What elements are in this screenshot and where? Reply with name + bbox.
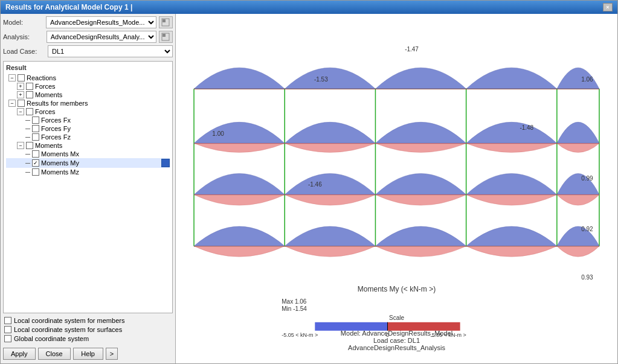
help-button[interactable]: Help [73,348,103,360]
dash-mz [25,172,30,173]
check-fx[interactable] [32,117,39,124]
tree-moments-mz[interactable]: Moments Mz [6,168,170,176]
title-bar: Results for Analytical Model Copy 1 | × [1,1,617,14]
moment-diagram-svg: -1.47 -1.53 1.06 1.00 -1.48 -1.46 0.99 0… [176,14,617,363]
coord-local-members[interactable]: Local coordinate system for members [4,317,172,324]
moments2-label: Moments [35,142,62,149]
tree-moments-my[interactable]: Moments My [6,158,170,168]
check-moments2[interactable] [26,142,33,149]
check-fz[interactable] [32,133,39,141]
value-top-left: -1.53 [314,76,328,83]
moments-mx-label: Moments Mx [41,150,79,158]
check-forces2[interactable] [26,108,33,115]
results-members-label: Results for members [27,100,88,107]
local-surfaces-label: Local coordinate system for surfaces [14,326,122,333]
value-top-center: -1.47 [405,46,419,53]
model-label: Model: [3,19,43,26]
tree-moments1[interactable]: + Moments [6,91,170,99]
tree-moments-mx[interactable]: Moments Mx [6,150,170,158]
model-info-line2: Load case: DL1 [341,337,452,344]
moments-my-blue-indicator [161,159,170,167]
value-top-right: 1.06 [581,76,593,83]
coord-global[interactable]: Global coordinate system [4,335,172,342]
check-global[interactable] [4,335,11,342]
expand-results-members[interactable]: − [8,100,16,107]
title-bar-buttons: × [603,3,613,11]
forces-fz-label: Forces Fz [41,133,71,141]
dash-fy [25,129,30,129]
tree-forces-fz[interactable]: Forces Fz [6,133,170,141]
analysis-row: Analysis: AdvanceDesignResults_Analy... [3,31,173,43]
check-mz[interactable] [32,168,39,176]
expand-forces2[interactable]: − [17,108,24,115]
loadcase-select[interactable]: DL1 [48,45,173,57]
forces-fx-label: Forces Fx [41,117,71,124]
scale-label: Scale [389,315,404,321]
tree-results-members[interactable]: − Results for members [6,99,170,107]
check-local-surfaces[interactable] [4,326,11,333]
dash-fz [25,137,30,138]
value-mid2-left: -1.46 [308,181,322,188]
model-info-line1: Model: AdvanceDesignResults_Model [341,330,452,337]
dash-mx [25,154,30,155]
max-label: Max 1.06 [282,298,307,305]
check-my[interactable] [32,159,39,167]
svg-rect-1 [163,19,166,22]
close-button[interactable]: Close [38,348,71,360]
reactions-label: Reactions [27,74,56,81]
moments1-label: Moments [35,91,62,98]
model-select[interactable]: AdvanceDesignResults_Mode... [46,16,156,28]
viz-area: -1.47 -1.53 1.06 1.00 -1.48 -1.46 0.99 0… [176,14,617,363]
model-row: Model: AdvanceDesignResults_Mode... [3,16,173,28]
model-info-line3: AdvanceDesignResults_Analysis [341,344,452,351]
analysis-btn[interactable] [159,31,173,43]
bottom-buttons: Apply Close Help > [3,345,173,361]
forces-fy-label: Forces Fy [41,125,71,132]
tree-forces1[interactable]: + Forces [6,82,170,91]
coord-checkboxes: Local coordinate system for members Loca… [3,316,173,345]
result-tree-box: Result − Reactions + Forces + Mo [3,61,173,313]
check-local-members[interactable] [4,317,11,324]
apply-button[interactable]: Apply [3,348,36,360]
left-panel: Model: AdvanceDesignResults_Mode... Anal… [1,14,176,363]
min-label: Min -1.54 [282,305,307,312]
tree-forces-fy[interactable]: Forces Fy [6,124,170,133]
global-label: Global coordinate system [14,335,89,342]
check-moments1[interactable] [26,91,33,98]
value-mid1-right: -1.48 [520,124,533,131]
chart-title: Moments My (< kN-m >) [358,285,436,293]
tree-forces-fx[interactable]: Forces Fx [6,116,170,124]
expand-forces1[interactable]: + [17,83,24,90]
tree-moments2[interactable]: − Moments [6,141,170,150]
svg-rect-3 [163,34,166,37]
expand-moments1[interactable]: + [17,91,24,98]
loadcase-label: Load Case: [3,48,45,55]
tree-forces2[interactable]: − Forces [6,107,170,116]
analysis-select[interactable]: AdvanceDesignResults_Analy... [47,31,156,43]
loadcase-row: Load Case: DL1 [3,45,173,57]
local-members-label: Local coordinate system for members [14,317,124,324]
expand-moments2[interactable]: − [17,142,24,149]
main-window: Results for Analytical Model Copy 1 | × … [0,0,618,364]
scale-left-label: -5.05 < kN-m > [282,332,318,338]
tree-reactions[interactable]: − Reactions [6,74,170,82]
analysis-label: Analysis: [3,33,44,40]
model-btn[interactable] [159,16,173,28]
forces2-label: Forces [35,108,56,115]
value-bot1-right: 0.92 [581,226,593,232]
result-header: Result [6,64,170,71]
expand-reactions[interactable]: − [8,74,16,81]
window-title: Results for Analytical Model Copy 1 | [5,3,132,11]
arrow-button[interactable]: > [106,348,118,360]
check-reactions[interactable] [18,74,25,81]
check-mx[interactable] [32,150,39,158]
forces1-label: Forces [35,83,56,90]
value-bot2-right: 0.93 [581,274,593,281]
check-fy[interactable] [32,125,39,132]
check-results-members[interactable] [18,100,25,107]
check-forces1[interactable] [26,83,33,90]
dash-fx [25,120,30,121]
close-window-btn[interactable]: × [603,3,613,11]
coord-local-surfaces[interactable]: Local coordinate system for surfaces [4,326,172,333]
main-content: Model: AdvanceDesignResults_Mode... Anal… [1,14,617,363]
